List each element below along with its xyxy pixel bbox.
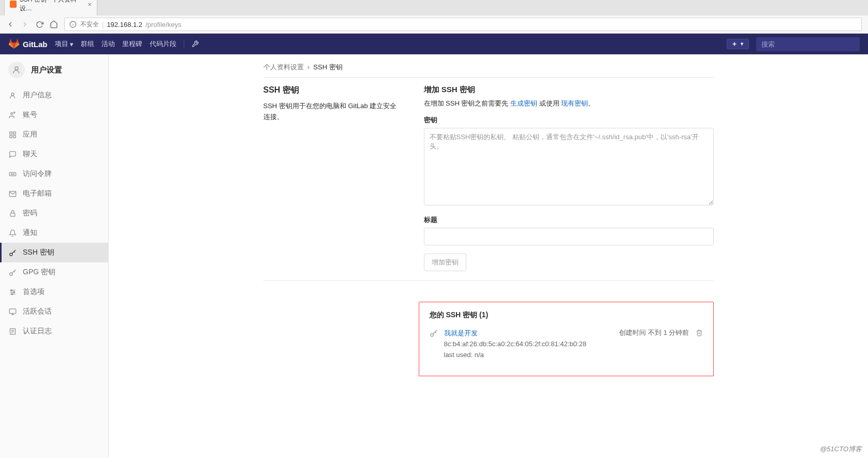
sidebar-item-label: 账号 xyxy=(23,110,37,120)
svg-rect-27 xyxy=(9,308,16,313)
sidebar-item-gpg-keys[interactable]: GPG 密钥 xyxy=(0,262,108,282)
key-body: 我就是开发 8c:b4:af:26:db:5c:a0:2c:64:05:2f:c… xyxy=(444,328,613,360)
sidebar-item-label: 认证日志 xyxy=(23,327,52,336)
tab-bar: SSH 密钥 · 个人资料设… × xyxy=(0,0,868,16)
sidebar-item-tokens[interactable]: 访问令牌 xyxy=(0,164,108,184)
breadcrumb-root[interactable]: 个人资料设置 xyxy=(263,63,304,71)
sidebar-item-email[interactable]: 电子邮箱 xyxy=(0,184,108,203)
gitlab-header: GitLab 项目 ▾ 群组 活动 里程碑 代码片段 ▼ xyxy=(0,34,868,54)
key-icon xyxy=(430,329,438,337)
trash-icon[interactable] xyxy=(696,329,703,336)
sidebar-item-chat[interactable]: 聊天 xyxy=(0,144,108,164)
svg-point-19 xyxy=(9,253,12,256)
svg-point-24 xyxy=(10,289,12,291)
page-layout: 用户设置 用户信息 账号 应用 聊天 访问令牌 电子邮箱 密码 通知 SSH 密… xyxy=(0,54,868,458)
bell-icon xyxy=(8,229,17,237)
sidebar-item-audit-log[interactable]: 认证日志 xyxy=(0,321,108,341)
reload-icon[interactable] xyxy=(35,20,43,28)
sidebar-item-ssh-keys[interactable]: SSH 密钥 xyxy=(0,243,108,262)
sidebar-item-notifications[interactable]: 通知 xyxy=(0,223,108,243)
token-icon xyxy=(8,170,17,178)
gitlab-icon xyxy=(8,39,20,49)
svg-rect-18 xyxy=(10,213,15,216)
wrench-icon[interactable] xyxy=(192,40,199,48)
log-icon xyxy=(8,327,17,335)
key-label: 密钥 xyxy=(424,115,714,125)
key-created: 创建时间 不到 1 分钟前 xyxy=(619,328,689,337)
chevron-down-icon: ▾ xyxy=(70,40,73,48)
plus-icon xyxy=(731,41,738,47)
chevron-down-icon: ▼ xyxy=(740,41,744,47)
gitlab-logo[interactable]: GitLab xyxy=(8,39,48,49)
browser-nav-bar: 不安全 | 192.168.1.2/profile/keys xyxy=(0,16,868,33)
nav-milestones[interactable]: 里程碑 xyxy=(122,39,142,49)
brand-text: GitLab xyxy=(23,40,48,49)
nav-groups[interactable]: 群组 xyxy=(81,39,94,49)
sidebar-title: 用户设置 xyxy=(31,65,62,75)
svg-point-34 xyxy=(431,334,433,336)
nav-activity[interactable]: 活动 xyxy=(101,39,115,49)
sidebar-header[interactable]: 用户设置 xyxy=(0,54,108,85)
close-icon[interactable]: × xyxy=(87,1,92,8)
sidebar-item-account[interactable]: 账号 xyxy=(0,105,108,125)
search-input[interactable] xyxy=(756,37,860,51)
key-textarea[interactable] xyxy=(424,128,714,205)
svg-point-15 xyxy=(12,173,12,174)
svg-point-5 xyxy=(15,67,18,70)
sidebar-item-applications[interactable]: 应用 xyxy=(0,125,108,144)
content-intro: SSH 密钥 SSH 密钥用于在您的电脑和 GitLab 建立安全连接。 xyxy=(263,85,403,271)
page-title: SSH 密钥 xyxy=(263,85,403,96)
form-title: 增加 SSH 密钥 xyxy=(424,85,714,95)
breadcrumb: 个人资料设置 › SSH 密钥 xyxy=(263,63,714,78)
new-dropdown[interactable]: ▼ xyxy=(727,39,749,49)
forward-icon[interactable] xyxy=(21,20,29,28)
title-label: 标题 xyxy=(424,215,714,225)
back-icon[interactable] xyxy=(6,20,14,28)
key-icon xyxy=(8,268,17,276)
home-icon[interactable] xyxy=(50,20,58,28)
key-name-link[interactable]: 我就是开发 xyxy=(444,329,478,337)
account-icon xyxy=(8,111,17,119)
sidebar-item-password[interactable]: 密码 xyxy=(0,203,108,223)
address-bar[interactable]: 不安全 | 192.168.1.2/profile/keys xyxy=(64,18,862,31)
sidebar-item-label: 首选项 xyxy=(23,287,45,297)
sidebar-item-label: 访问令牌 xyxy=(23,169,52,179)
add-key-button[interactable]: 增加密钥 xyxy=(424,254,466,271)
avatar-icon xyxy=(8,62,25,78)
svg-rect-9 xyxy=(9,131,11,134)
watermark: @51CTO博客 xyxy=(820,445,862,454)
form-help: 在增加 SSH 密钥之前需要先 生成密钥 或使用 现有密钥。 xyxy=(424,99,714,108)
url-host: 192.168.1.2 xyxy=(107,21,142,28)
sidebar-item-label: SSH 密钥 xyxy=(23,248,54,257)
breadcrumb-current: SSH 密钥 xyxy=(313,63,342,71)
sidebar-item-profile[interactable]: 用户信息 xyxy=(0,85,108,105)
page-desc: SSH 密钥用于在您的电脑和 GitLab 建立安全连接。 xyxy=(263,101,403,123)
svg-point-16 xyxy=(13,173,14,174)
svg-point-6 xyxy=(11,93,14,95)
sidebar-item-label: 应用 xyxy=(23,130,37,139)
svg-rect-10 xyxy=(13,131,15,134)
title-input[interactable] xyxy=(424,228,714,245)
existing-key-link[interactable]: 现有密钥 xyxy=(561,99,588,107)
sidebar: 用户设置 用户信息 账号 应用 聊天 访问令牌 电子邮箱 密码 通知 SSH 密… xyxy=(0,54,109,458)
keys-panel: 您的 SSH 密钥 (1) 我就是开发 8c:b4:af:26:db:5c:a0… xyxy=(419,302,714,376)
key-icon xyxy=(8,248,17,257)
svg-point-14 xyxy=(11,173,11,174)
nav-projects[interactable]: 项目 ▾ xyxy=(55,39,73,49)
browser-tab[interactable]: SSH 密钥 · 个人资料设… × xyxy=(4,0,97,16)
sidebar-item-label: 用户信息 xyxy=(23,91,52,100)
sidebar-item-sessions[interactable]: 活跃会话 xyxy=(0,302,108,321)
key-fingerprint: 8c:b4:af:26:db:5c:a0:2c:64:05:2f:c0:81:4… xyxy=(444,340,586,348)
svg-point-7 xyxy=(10,112,12,114)
help-text: 在增加 SSH 密钥之前需要先 xyxy=(424,99,511,107)
generate-key-link[interactable]: 生成密钥 xyxy=(510,99,537,107)
sidebar-item-preferences[interactable]: 首选项 xyxy=(0,282,108,302)
content-form: 增加 SSH 密钥 在增加 SSH 密钥之前需要先 生成密钥 或使用 现有密钥。… xyxy=(424,85,714,271)
chat-icon xyxy=(8,150,17,158)
separator xyxy=(263,280,714,281)
separator xyxy=(184,39,184,49)
svg-point-8 xyxy=(13,112,15,113)
sidebar-item-label: GPG 密钥 xyxy=(23,268,55,277)
nav-snippets[interactable]: 代码片段 xyxy=(150,39,176,49)
sidebar-item-label: 聊天 xyxy=(23,150,37,159)
